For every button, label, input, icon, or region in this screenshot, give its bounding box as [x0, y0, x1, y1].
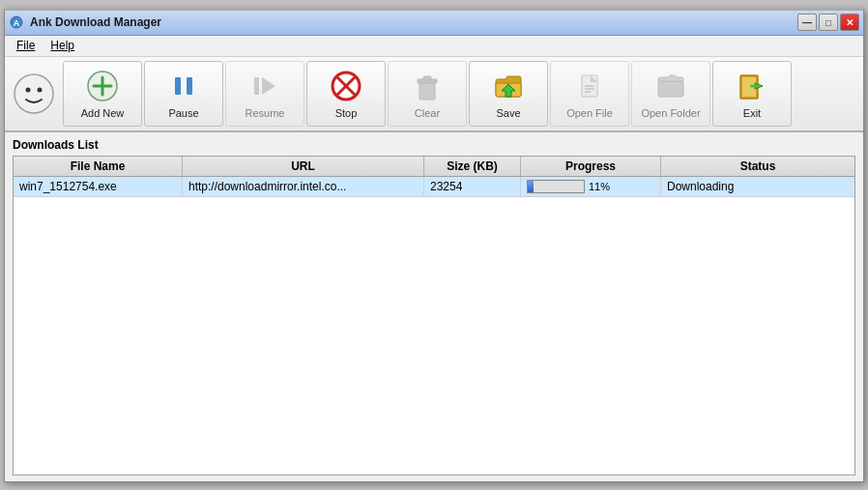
- col-status: Status: [661, 157, 854, 176]
- col-filename: File Name: [14, 157, 183, 176]
- col-size: Size (KB): [424, 157, 521, 176]
- add-new-icon: [85, 69, 120, 103]
- resume-label: Resume: [246, 107, 285, 119]
- app-logo: [11, 65, 57, 123]
- maximize-button[interactable]: □: [819, 14, 838, 31]
- cell-url: http://downloadmirror.intel.co...: [183, 177, 424, 196]
- titlebar: A Ank Download Manager — □ ✕: [5, 11, 863, 36]
- exit-icon: [735, 69, 769, 103]
- window-title: Ank Download Manager: [30, 15, 797, 29]
- svg-text:A: A: [14, 18, 20, 28]
- stop-label: Stop: [335, 107, 358, 119]
- svg-rect-10: [254, 77, 259, 95]
- table-row[interactable]: win7_1512754.exe http://downloadmirror.i…: [14, 177, 854, 197]
- svg-rect-9: [187, 77, 192, 95]
- pause-button[interactable]: Pause: [144, 61, 223, 127]
- clear-button[interactable]: Clear: [388, 61, 467, 127]
- svg-point-3: [26, 87, 31, 92]
- col-url: URL: [183, 157, 424, 176]
- minimize-button[interactable]: —: [797, 14, 817, 31]
- open-folder-button[interactable]: Open Folder: [631, 61, 710, 127]
- open-file-button[interactable]: Open File: [550, 61, 629, 127]
- svg-point-2: [14, 74, 53, 113]
- svg-marker-11: [262, 77, 275, 95]
- toolbar: Add New Pause Resume: [5, 57, 863, 132]
- clear-icon: [410, 69, 445, 103]
- clear-label: Clear: [415, 107, 440, 119]
- downloads-table: File Name URL Size (KB) Progress Status …: [13, 156, 855, 476]
- exit-label: Exit: [743, 107, 761, 119]
- pause-label: Pause: [168, 107, 198, 119]
- save-label: Save: [496, 107, 520, 119]
- progress-bar-inner: [528, 181, 534, 192]
- close-button[interactable]: ✕: [840, 14, 859, 31]
- resume-button[interactable]: Resume: [225, 61, 304, 127]
- save-icon: [491, 69, 526, 103]
- stop-button[interactable]: Stop: [306, 61, 386, 127]
- pause-icon: [166, 69, 201, 103]
- svg-point-4: [38, 87, 43, 92]
- open-folder-icon: [653, 69, 688, 103]
- exit-button[interactable]: Exit: [712, 61, 792, 127]
- svg-rect-18: [423, 76, 431, 80]
- svg-rect-8: [175, 77, 181, 95]
- save-button[interactable]: Save: [469, 61, 548, 127]
- add-new-button[interactable]: Add New: [63, 61, 142, 127]
- menu-file[interactable]: File: [9, 37, 43, 54]
- open-folder-label: Open Folder: [641, 107, 700, 119]
- cell-status: Downloading: [661, 177, 854, 196]
- cell-filename: win7_1512754.exe: [14, 177, 183, 196]
- menu-help[interactable]: Help: [43, 37, 82, 54]
- stop-icon: [329, 69, 363, 103]
- progress-bar-outer: [527, 180, 585, 193]
- menubar: File Help: [5, 36, 863, 57]
- open-file-icon: [572, 69, 607, 103]
- open-file-label: Open File: [566, 107, 613, 119]
- add-new-label: Add New: [81, 107, 125, 119]
- cell-progress: 11%: [521, 177, 661, 196]
- col-progress: Progress: [521, 157, 661, 176]
- downloads-section: Downloads List File Name URL Size (KB) P…: [5, 132, 863, 481]
- table-header: File Name URL Size (KB) Progress Status: [14, 157, 854, 177]
- cell-size: 23254: [424, 177, 521, 196]
- titlebar-controls: — □ ✕: [797, 14, 859, 31]
- progress-text: 11%: [589, 181, 610, 192]
- resume-icon: [247, 69, 282, 103]
- svg-rect-16: [420, 82, 435, 100]
- app-icon: A: [9, 14, 24, 30]
- downloads-label: Downloads List: [13, 138, 855, 152]
- main-window: A Ank Download Manager — □ ✕ File Help: [4, 9, 864, 482]
